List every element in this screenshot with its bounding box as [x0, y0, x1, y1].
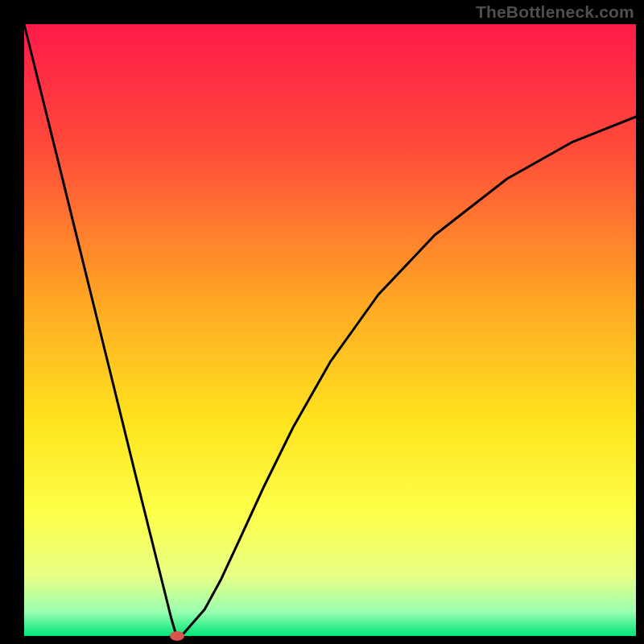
bottleneck-chart — [0, 0, 644, 644]
minimum-marker — [170, 631, 184, 641]
chart-frame: TheBottleneck.com — [0, 0, 644, 644]
plot-background — [24, 24, 636, 636]
